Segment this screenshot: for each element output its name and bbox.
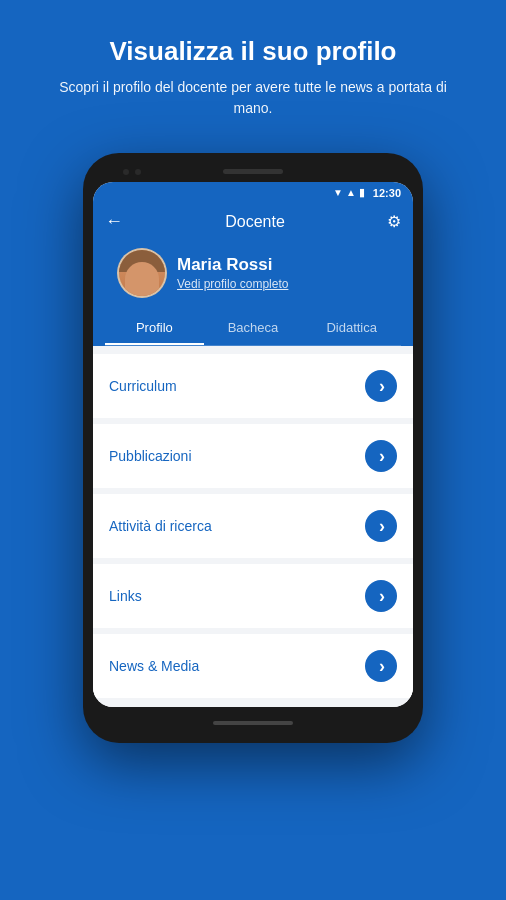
back-button[interactable]: ← <box>105 211 123 232</box>
content-area: Curriculum Pubblicazioni Attività di ric… <box>93 346 413 707</box>
chevron-icon[interactable] <box>365 510 397 542</box>
profile-section: Maria Rossi Vedi profilo completo <box>105 240 401 310</box>
list-item[interactable]: Attività di ricerca <box>93 494 413 558</box>
menu-item-label: News & Media <box>109 658 199 674</box>
list-item[interactable]: News & Media <box>93 634 413 698</box>
chevron-icon[interactable] <box>365 370 397 402</box>
profile-link[interactable]: Vedi profilo completo <box>177 277 389 291</box>
list-item[interactable]: Pubblicazioni <box>93 424 413 488</box>
avatar-face <box>119 250 165 296</box>
menu-item-label: Curriculum <box>109 378 177 394</box>
phone-camera-1 <box>123 169 129 175</box>
phone-mockup: ▼ ▲ ▮ 12:30 ← Docente ⚙ <box>83 153 423 743</box>
menu-item-label: Attività di ricerca <box>109 518 212 534</box>
chevron-icon[interactable] <box>365 580 397 612</box>
status-time: 12:30 <box>373 187 401 199</box>
page-header: Visualizza il suo profilo Scopri il prof… <box>0 0 506 143</box>
tab-profilo[interactable]: Profilo <box>105 310 204 345</box>
menu-item-label: Links <box>109 588 142 604</box>
tab-bacheca[interactable]: Bacheca <box>204 310 303 345</box>
tab-didattica[interactable]: Didattica <box>302 310 401 345</box>
avatar <box>117 248 167 298</box>
list-item[interactable]: Links <box>93 564 413 628</box>
profile-info: Maria Rossi Vedi profilo completo <box>177 255 389 291</box>
phone-speaker <box>223 169 283 174</box>
phone-cameras <box>123 169 141 175</box>
app-nav: ← Docente ⚙ <box>105 211 401 240</box>
signal-icon: ▲ <box>346 187 356 198</box>
phone-screen: ▼ ▲ ▮ 12:30 ← Docente ⚙ <box>93 182 413 707</box>
phone-camera-2 <box>135 169 141 175</box>
home-indicator <box>213 721 293 725</box>
menu-item-label: Pubblicazioni <box>109 448 192 464</box>
chevron-icon[interactable] <box>365 650 397 682</box>
phone-top-bar <box>93 165 413 182</box>
phone-bottom <box>93 715 413 731</box>
tabs: Profilo Bacheca Didattica <box>105 310 401 346</box>
app-header: ← Docente ⚙ Maria Rossi Vedi profilo com… <box>93 203 413 346</box>
chevron-icon[interactable] <box>365 440 397 472</box>
status-icons: ▼ ▲ ▮ <box>333 186 365 199</box>
page-subtitle: Scopri il profilo del docente per avere … <box>40 77 466 119</box>
avatar-face-circle <box>125 262 159 296</box>
profile-name: Maria Rossi <box>177 255 389 275</box>
app-header-title: Docente <box>225 213 285 231</box>
list-item[interactable]: Curriculum <box>93 354 413 418</box>
status-bar: ▼ ▲ ▮ 12:30 <box>93 182 413 203</box>
wifi-icon: ▼ <box>333 187 343 198</box>
battery-icon: ▮ <box>359 186 365 199</box>
page-title: Visualizza il suo profilo <box>40 36 466 67</box>
settings-button[interactable]: ⚙ <box>387 212 401 231</box>
